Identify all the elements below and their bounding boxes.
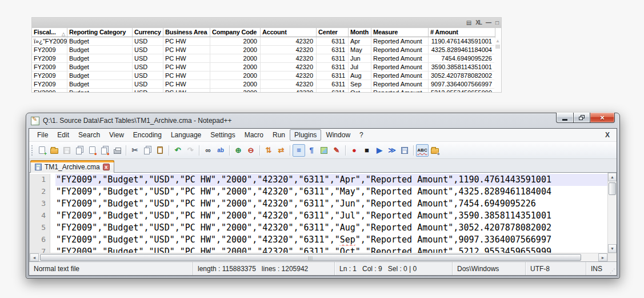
menu-plugins[interactable]: Plugins (290, 129, 321, 141)
define-language-icon[interactable]: ✎ (330, 144, 343, 157)
table-cell[interactable]: 6311 (317, 89, 349, 93)
tab-close-icon[interactable]: x (103, 164, 110, 170)
find-icon[interactable]: ∞ (202, 144, 214, 157)
menu-edit[interactable]: Edit (53, 129, 74, 141)
table-cell[interactable]: 42320 (261, 37, 317, 46)
scroll-thumb[interactable] (495, 45, 500, 49)
table-cell[interactable]: 42320 (261, 54, 317, 63)
print-icon[interactable] (111, 144, 123, 157)
table-cell[interactable]: 6311 (317, 63, 349, 71)
table-cell[interactable]: 9097.3364007566997 (429, 80, 495, 89)
line-text[interactable]: "FY2009","Budget","USD","PC HW","2000","… (55, 210, 607, 222)
macro-run-multiple-icon[interactable]: ≫ (386, 144, 398, 157)
table-cell[interactable]: Budget (67, 54, 133, 63)
column-header-fiscal-[interactable]: Fiscal...△ (32, 28, 67, 37)
table-cell[interactable]: USD (133, 54, 163, 63)
macro-save-icon[interactable] (398, 144, 411, 157)
menu-language[interactable]: Language (166, 129, 206, 141)
column-header-measure[interactable]: Measure (371, 28, 429, 37)
menu-search[interactable]: Search (74, 129, 105, 141)
column-header-currency[interactable]: Currency (133, 28, 163, 37)
resize-grip-icon[interactable]: ⋰ (609, 262, 617, 275)
table-cell[interactable]: Budget (67, 80, 133, 89)
table-cell[interactable]: 2000 (210, 80, 261, 89)
editor-text[interactable]: 1"FY2009","Budget","USD","PC HW","2000",… (30, 173, 607, 253)
excel-export-icon[interactable]: XL (475, 20, 482, 26)
table-cell[interactable]: 6311 (317, 71, 349, 80)
scroll-down-icon[interactable]: ▼ (495, 91, 500, 93)
table-cell[interactable]: Budget (67, 37, 133, 46)
table-cell[interactable]: 2000 (210, 63, 261, 71)
table-cell[interactable]: Budget (67, 63, 133, 71)
sync-vertical-scroll-icon[interactable]: ⇅ (262, 144, 275, 157)
line-text[interactable]: "FY2009","Budget","USD","PC HW","2000","… (55, 198, 607, 210)
table-cell[interactable]: 6311 (317, 37, 349, 46)
table-cell[interactable]: Apr (349, 37, 371, 46)
tab-tm1-archive[interactable]: TM1_Archive.cma x (30, 160, 114, 173)
table-cell[interactable]: PC HW (163, 80, 210, 89)
table-cell[interactable]: May (349, 46, 371, 54)
show-all-characters-icon[interactable]: ¶ (305, 144, 318, 157)
line-text[interactable]: "FY2009","Budget","USD","PC HW","2000","… (55, 174, 607, 186)
undo-icon[interactable]: ↶ (171, 144, 184, 157)
menu-file[interactable]: File (33, 129, 53, 141)
column-header-company-code[interactable]: Company Code (210, 28, 261, 37)
minimize-icon[interactable]: — (486, 20, 491, 26)
menu-settings[interactable]: Settings (206, 129, 239, 141)
table-cell[interactable]: 42320 (261, 63, 317, 71)
table-cell[interactable]: 42320 (261, 71, 317, 80)
macro-play-icon[interactable]: ▶ (373, 144, 386, 157)
table-cell[interactable]: ï»¿"FY2009" (32, 37, 67, 46)
column-header-account[interactable]: Account (261, 28, 317, 37)
open-file-icon[interactable] (48, 144, 61, 157)
editor-line[interactable]: 1"FY2009","Budget","USD","PC HW","2000",… (30, 174, 607, 186)
table-cell[interactable]: 4325.8289461184004 (429, 46, 495, 54)
replace-icon[interactable]: ab (214, 144, 227, 157)
editor-line[interactable]: 7"FY2009","Budget","USD","PC HW","2000",… (30, 246, 607, 253)
table-cell[interactable]: 2000 (210, 46, 261, 54)
table-cell[interactable]: 42320 (261, 89, 317, 93)
table-cell[interactable]: Reported Amount (371, 54, 429, 63)
sync-horizontal-scroll-icon[interactable]: ⇄ (275, 144, 287, 157)
table-cell[interactable]: PC HW (163, 37, 210, 46)
menu-run[interactable]: Run (268, 129, 290, 141)
table-cell[interactable]: Reported Amount (371, 80, 429, 89)
table-cell[interactable]: USD (133, 89, 163, 93)
column-header--amount[interactable]: # Amount (429, 28, 495, 37)
table-cell[interactable]: USD (133, 63, 163, 71)
minimize-button[interactable] (556, 113, 573, 123)
table-cell[interactable]: Reported Amount (371, 63, 429, 71)
vscroll-thumb[interactable] (609, 182, 616, 195)
menu-close-document-icon[interactable]: X (602, 131, 613, 139)
table-cell[interactable]: 5212.9553459655999 (429, 89, 495, 93)
title-bar[interactable]: Q:\1. Source Data\Fact Tables\TM1_Archiv… (29, 113, 617, 128)
table-cell[interactable]: FY2009 (32, 63, 67, 71)
table-cell[interactable]: 42320 (261, 46, 317, 54)
table-cell[interactable]: PC HW (163, 46, 210, 54)
close-button[interactable]: × (590, 113, 615, 123)
table-cell[interactable]: PC HW (163, 89, 210, 93)
document-map-icon[interactable] (318, 144, 330, 157)
line-text[interactable]: "FY2009","Budget","USD","PC HW","2000","… (55, 222, 607, 234)
open-containing-folder-icon[interactable]: ● (429, 144, 441, 157)
menu-help[interactable]: ? (355, 129, 368, 141)
menu-view[interactable]: View (105, 129, 129, 141)
editor-line[interactable]: 6"FY2009","Budget","USD","PC HW","2000",… (30, 234, 607, 246)
menu-window[interactable]: Window (321, 129, 355, 141)
scroll-left-icon[interactable]: ◄ (30, 253, 39, 261)
table-scrollbar[interactable]: ▲ ▼ (494, 38, 501, 93)
editor-line[interactable]: 4"FY2009","Budget","USD","PC HW","2000",… (30, 210, 607, 222)
word-wrap-icon[interactable]: ≡ (293, 144, 305, 157)
hscroll-thumb[interactable]: ||| (40, 254, 581, 261)
table-cell[interactable]: 6311 (317, 80, 349, 89)
table-cell[interactable]: USD (133, 37, 163, 46)
table-cell[interactable]: PC HW (163, 71, 210, 80)
macro-record-icon[interactable]: ● (348, 144, 361, 157)
save-file-icon[interactable] (61, 144, 73, 157)
table-cell[interactable]: Budget (67, 89, 133, 93)
scroll-right-icon[interactable]: ► (598, 253, 607, 261)
column-header-business-area[interactable]: Business Area (163, 28, 210, 37)
redo-icon[interactable]: ↷ (184, 144, 197, 157)
table-cell[interactable]: FY2009 (32, 80, 67, 89)
column-header-center[interactable]: Center (317, 28, 349, 37)
